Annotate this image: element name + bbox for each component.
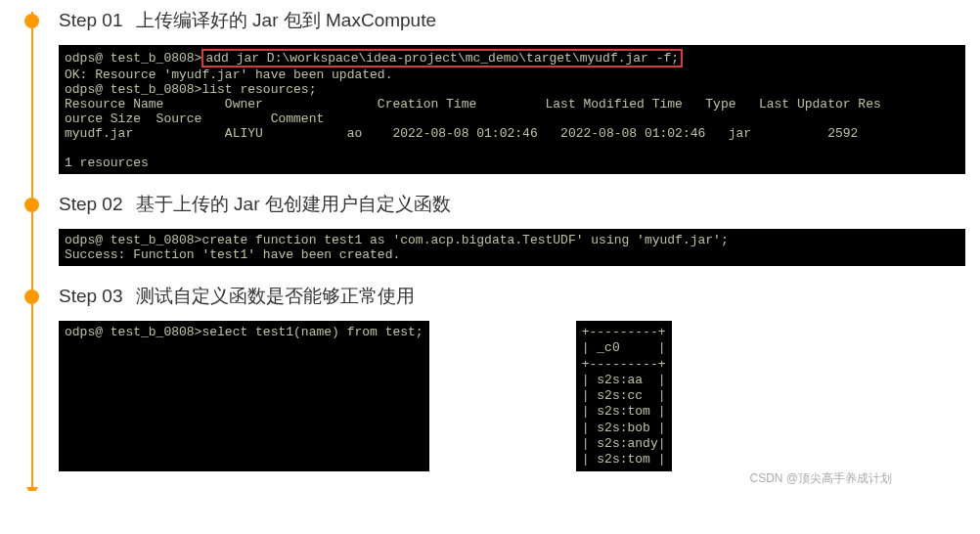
- watermark: CSDN @顶尖高手养成计划: [749, 470, 892, 487]
- step-02-title: 基于上传的 Jar 包创建用户自定义函数: [136, 194, 451, 214]
- step-03-label: Step 03: [59, 286, 123, 306]
- result-header: | _c0 |: [582, 340, 666, 355]
- table-header: Resource Name Owner Creation Time Last M…: [65, 97, 881, 111]
- step-01-label: Step 01: [59, 10, 123, 30]
- terminal-01: odps@ test_b_0808>add jar D:\workspace\i…: [59, 45, 965, 174]
- result-row: | s2s:bob |: [582, 421, 666, 435]
- step-02-label: Step 02: [59, 194, 123, 214]
- step-03: Step 03 测试自定义函数是否能够正常使用 odps@ test_b_080…: [24, 284, 965, 471]
- timeline-dot-icon: [24, 14, 39, 28]
- table-row: myudf.jar ALIYU ao 2022-08-08 01:02:46 2…: [65, 126, 858, 141]
- timeline-dot-icon: [24, 198, 39, 212]
- output-line: 1 resources: [65, 156, 149, 170]
- highlighted-command: add jar D:\workspace\idea-project\mc_dem…: [201, 49, 683, 67]
- command: select test1(name) from test;: [201, 325, 423, 339]
- terminal-02: odps@ test_b_0808>create function test1 …: [59, 229, 965, 266]
- result-row: | s2s:aa |: [582, 373, 666, 387]
- prompt: odps@ test_b_0808>: [65, 233, 201, 247]
- step-01-title: 上传编译好的 Jar 包到 MaxCompute: [136, 10, 436, 30]
- result-row: | s2s:tom |: [582, 404, 666, 419]
- step-02: Step 02 基于上传的 Jar 包创建用户自定义函数 odps@ test_…: [24, 192, 965, 266]
- terminal-03-result: +---------+ | _c0 | +---------+ | s2s:aa…: [576, 321, 672, 471]
- command: list resources;: [201, 82, 316, 97]
- result-sep: +---------+: [582, 325, 666, 339]
- command: create function test1 as 'com.acp.bigdat…: [201, 233, 728, 247]
- output-line: OK: Resource 'myudf.jar' have been updat…: [65, 67, 392, 82]
- step-01-header: Step 01 上传编译好的 Jar 包到 MaxCompute: [59, 8, 965, 33]
- prompt: odps@ test_b_0808>: [65, 325, 201, 339]
- result-row: | s2s:tom |: [582, 452, 666, 467]
- timeline-dot-icon: [24, 289, 39, 304]
- prompt: odps@ test_b_0808>: [65, 51, 201, 66]
- step-03-title: 测试自定义函数是否能够正常使用: [136, 286, 415, 306]
- step-01: Step 01 上传编译好的 Jar 包到 MaxCompute odps@ t…: [24, 8, 965, 174]
- terminal-03-query: odps@ test_b_0808>select test1(name) fro…: [59, 321, 429, 471]
- step-03-header: Step 03 测试自定义函数是否能够正常使用: [59, 284, 965, 309]
- result-row: | s2s:andy|: [582, 436, 666, 451]
- result-sep: +---------+: [582, 357, 666, 372]
- step-02-header: Step 02 基于上传的 Jar 包创建用户自定义函数: [59, 192, 965, 217]
- prompt: odps@ test_b_0808>: [65, 82, 201, 97]
- output-line: Success: Function 'test1' have been crea…: [65, 247, 400, 262]
- result-row: | s2s:cc |: [582, 388, 666, 403]
- table-header-2: ource Size Source Comment: [65, 111, 324, 126]
- timeline-arrow-icon: [26, 487, 38, 491]
